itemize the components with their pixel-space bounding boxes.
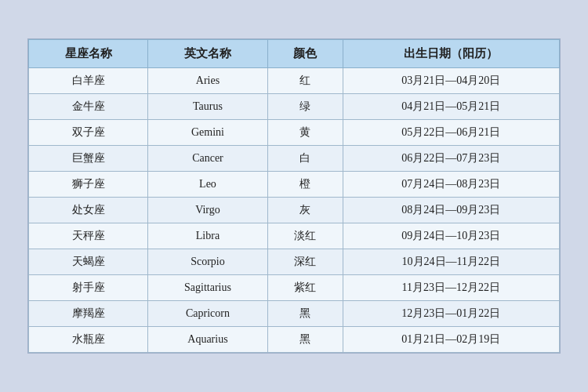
zodiac-table-container: 星座名称 英文名称 颜色 出生日期（阳历） 白羊座Aries红03月21日—04… [27,38,561,354]
cell-english-name: Aquarius [148,327,267,353]
cell-birth-dates: 03月21日—04月20日 [343,68,559,94]
cell-birth-dates: 01月21日—02月19日 [343,327,559,353]
cell-color: 深红 [267,249,343,275]
cell-color: 黑 [267,301,343,327]
cell-birth-dates: 11月23日—12月22日 [343,275,559,301]
cell-birth-dates: 05月22日—06月21日 [343,120,559,146]
table-header-row: 星座名称 英文名称 颜色 出生日期（阳历） [29,40,560,68]
cell-english-name: Gemini [148,120,267,146]
cell-english-name: Aries [148,68,267,94]
cell-chinese-name: 摩羯座 [29,301,148,327]
cell-color: 黑 [267,327,343,353]
cell-chinese-name: 白羊座 [29,68,148,94]
cell-color: 绿 [267,94,343,120]
cell-color: 紫红 [267,275,343,301]
header-english-name: 英文名称 [148,40,267,68]
cell-color: 橙 [267,172,343,198]
cell-chinese-name: 天秤座 [29,223,148,249]
cell-english-name: Capricorn [148,301,267,327]
cell-birth-dates: 07月24日—08月23日 [343,172,559,198]
header-chinese-name: 星座名称 [29,40,148,68]
cell-english-name: Taurus [148,94,267,120]
table-row: 狮子座Leo橙07月24日—08月23日 [29,172,560,198]
cell-birth-dates: 06月22日—07月23日 [343,146,559,172]
cell-color: 淡红 [267,223,343,249]
table-row: 巨蟹座Cancer白06月22日—07月23日 [29,146,560,172]
cell-english-name: Cancer [148,146,267,172]
cell-english-name: Virgo [148,198,267,223]
table-row: 射手座Sagittarius紫红11月23日—12月22日 [29,275,560,301]
table-row: 水瓶座Aquarius黑01月21日—02月19日 [29,327,560,353]
zodiac-table: 星座名称 英文名称 颜色 出生日期（阳历） 白羊座Aries红03月21日—04… [28,39,560,353]
cell-chinese-name: 射手座 [29,275,148,301]
cell-color: 黄 [267,120,343,146]
header-color: 颜色 [267,40,343,68]
header-birth-date: 出生日期（阳历） [343,40,559,68]
cell-chinese-name: 巨蟹座 [29,146,148,172]
cell-birth-dates: 04月21日—05月21日 [343,94,559,120]
table-body: 白羊座Aries红03月21日—04月20日金牛座Taurus绿04月21日—0… [29,68,560,353]
cell-birth-dates: 08月24日—09月23日 [343,198,559,223]
cell-birth-dates: 10月24日—11月22日 [343,249,559,275]
cell-english-name: Scorpio [148,249,267,275]
cell-english-name: Libra [148,223,267,249]
table-row: 摩羯座Capricorn黑12月23日—01月22日 [29,301,560,327]
table-row: 天秤座Libra淡红09月24日—10月23日 [29,223,560,249]
cell-color: 白 [267,146,343,172]
cell-chinese-name: 水瓶座 [29,327,148,353]
cell-color: 灰 [267,198,343,223]
table-row: 处女座Virgo灰08月24日—09月23日 [29,198,560,223]
table-row: 双子座Gemini黄05月22日—06月21日 [29,120,560,146]
cell-chinese-name: 双子座 [29,120,148,146]
cell-chinese-name: 金牛座 [29,94,148,120]
cell-english-name: Leo [148,172,267,198]
table-row: 金牛座Taurus绿04月21日—05月21日 [29,94,560,120]
cell-birth-dates: 09月24日—10月23日 [343,223,559,249]
cell-chinese-name: 处女座 [29,198,148,223]
cell-english-name: Sagittarius [148,275,267,301]
cell-chinese-name: 天蝎座 [29,249,148,275]
cell-chinese-name: 狮子座 [29,172,148,198]
table-row: 白羊座Aries红03月21日—04月20日 [29,68,560,94]
cell-color: 红 [267,68,343,94]
cell-birth-dates: 12月23日—01月22日 [343,301,559,327]
table-row: 天蝎座Scorpio深红10月24日—11月22日 [29,249,560,275]
